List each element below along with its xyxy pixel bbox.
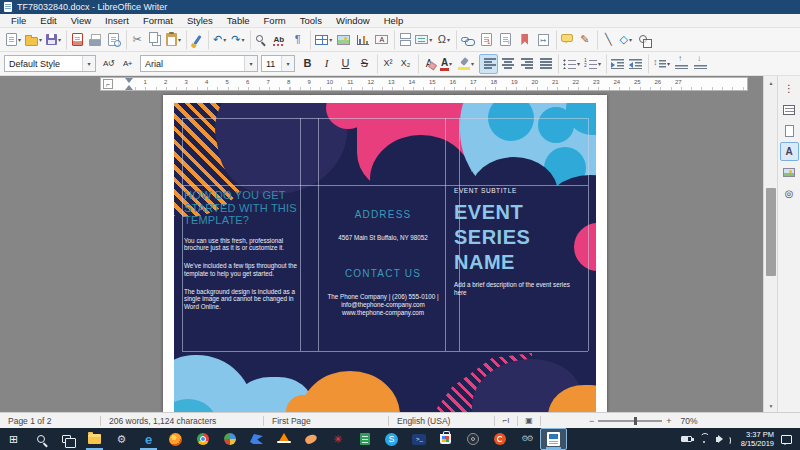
clone-formatting-button[interactable]	[186, 30, 205, 50]
clear-formatting-button[interactable]	[418, 54, 437, 74]
sidebar-settings-icon[interactable]: ⋮	[780, 79, 799, 98]
indent-marker[interactable]	[125, 78, 133, 83]
task-view-button[interactable]	[54, 428, 81, 450]
menu-table[interactable]: Table	[220, 14, 257, 27]
page-break-button[interactable]	[394, 30, 413, 50]
wifi-icon[interactable]	[699, 435, 709, 443]
new-style-button[interactable]: A+	[118, 54, 137, 74]
track-changes-button[interactable]: ✎	[575, 30, 594, 50]
taskbar-clock[interactable]: 3:37 PM 8/15/2019	[741, 430, 774, 448]
chevron-down-icon[interactable]	[281, 56, 294, 71]
left-panel-paragraph[interactable]: You can use this fresh, professional bro…	[184, 237, 304, 253]
chevron-down-icon[interactable]	[244, 56, 257, 71]
basic-shapes-button[interactable]: ◇	[616, 30, 635, 50]
scroll-down-icon[interactable]: ▼	[764, 399, 778, 412]
center-panel-text[interactable]: ADDRESS 4567 Main St Buffalo, NY 98052 C…	[320, 209, 446, 317]
insert-cross-reference-button[interactable]	[534, 30, 553, 50]
navigator-icon[interactable]: ◎	[780, 184, 799, 203]
page-deck-icon[interactable]	[780, 121, 799, 140]
ubuntu-button[interactable]	[486, 428, 513, 450]
zoom-slider[interactable]: − +	[589, 416, 672, 426]
bullet-list-button[interactable]	[558, 54, 582, 74]
left-panel-text[interactable]: HOW DO YOU GET STARTED WITH THIS TEMPLAT…	[184, 189, 304, 311]
zoom-track[interactable]	[598, 420, 662, 422]
start-button[interactable]: ⊞	[0, 428, 27, 450]
event-description[interactable]: Add a brief description of the event ser…	[454, 281, 576, 297]
menu-styles[interactable]: Styles	[180, 14, 220, 27]
contact-line[interactable]: info@thephone-company.com	[320, 301, 446, 309]
copy-button[interactable]	[145, 30, 164, 50]
blue-swoosh-app-button[interactable]	[243, 428, 270, 450]
superscript-button[interactable]: X²	[377, 54, 396, 74]
paste-button[interactable]	[164, 30, 183, 50]
address-text[interactable]: 4567 Main St Buffalo, NY 98052	[320, 234, 446, 242]
store-button[interactable]	[432, 428, 459, 450]
horizontal-ruler[interactable]: ⌐ 12345678910111213141516171819202122232…	[100, 77, 748, 91]
powershell-button[interactable]	[405, 428, 432, 450]
event-subtitle[interactable]: EVENT SUBTITLE	[454, 187, 586, 194]
justify-button[interactable]	[536, 54, 555, 74]
tab-stop-selector[interactable]: ⌐	[103, 79, 113, 89]
settings-button[interactable]: ⚙	[108, 428, 135, 450]
menu-file[interactable]: File	[4, 14, 33, 27]
insert-endnote-button[interactable]	[496, 30, 515, 50]
vertical-scrollbar[interactable]: ▲ ▼	[763, 76, 777, 412]
indent-marker[interactable]	[125, 85, 133, 90]
underline-button[interactable]: U	[336, 54, 355, 74]
chevron-down-icon[interactable]	[82, 56, 95, 71]
formatting-marks-button[interactable]: ¶	[288, 30, 307, 50]
undo-button[interactable]: ↶	[208, 30, 228, 50]
page-style[interactable]: First Page	[264, 416, 388, 426]
redo-button[interactable]: ↷	[228, 30, 247, 50]
red-burst-app-button[interactable]: ✳	[324, 428, 351, 450]
menu-insert[interactable]: Insert	[98, 14, 136, 27]
right-panel-text[interactable]: EVENT SUBTITLE EVENTSERIESNAME Add a bri…	[454, 187, 586, 297]
insert-comment-button[interactable]	[556, 30, 575, 50]
menu-help[interactable]: Help	[377, 14, 411, 27]
insert-table-button[interactable]	[310, 30, 334, 50]
document-modified-icon[interactable]: ▣	[518, 416, 540, 425]
align-center-button[interactable]	[498, 54, 517, 74]
insert-textbox-button[interactable]	[372, 30, 391, 50]
print-button[interactable]	[85, 30, 104, 50]
strikethrough-button[interactable]: S	[355, 54, 374, 74]
volume-icon[interactable]	[716, 437, 719, 442]
battery-icon[interactable]	[681, 436, 692, 442]
update-style-button[interactable]: A↺	[99, 54, 118, 74]
menu-edit[interactable]: Edit	[33, 14, 63, 27]
save-button[interactable]	[44, 30, 63, 50]
event-title-line[interactable]: NAME	[454, 250, 586, 275]
insert-hyperlink-button[interactable]	[456, 30, 477, 50]
notifications-icon[interactable]	[781, 435, 792, 444]
find-replace-button[interactable]	[250, 30, 269, 50]
highlight-color-button[interactable]	[456, 54, 476, 74]
bold-button[interactable]: B	[298, 54, 317, 74]
cut-button[interactable]: ✂	[126, 30, 145, 50]
menu-view[interactable]: View	[64, 14, 98, 27]
subscript-button[interactable]: X₂	[396, 54, 415, 74]
file-explorer-button[interactable]	[81, 428, 108, 450]
scroll-up-icon[interactable]: ▲	[764, 76, 778, 89]
align-right-button[interactable]	[517, 54, 536, 74]
address-heading[interactable]: ADDRESS	[320, 209, 446, 220]
left-panel-heading[interactable]: HOW DO YOU GET STARTED WITH THIS TEMPLAT…	[184, 189, 304, 227]
gallery-icon[interactable]	[780, 163, 799, 182]
increase-indent-button[interactable]	[606, 54, 626, 74]
event-title-line[interactable]: SERIES	[454, 225, 586, 250]
styles-icon[interactable]: A	[780, 142, 799, 161]
left-panel-paragraph[interactable]: The background design is included as a s…	[184, 288, 304, 311]
word-count[interactable]: 206 words, 1,124 characters	[101, 416, 263, 426]
special-character-button[interactable]: Ω	[434, 30, 453, 50]
spelling-button[interactable]	[269, 30, 288, 50]
scrollbar-thumb[interactable]	[766, 188, 776, 276]
document-page[interactable]: HOW DO YOU GET STARTED WITH THIS TEMPLAT…	[163, 95, 607, 412]
orange-shape-app-button[interactable]	[297, 428, 324, 450]
edge-button[interactable]: e	[135, 428, 162, 450]
zoom-out-icon[interactable]: −	[589, 416, 594, 426]
symbol-shapes-button[interactable]	[635, 30, 654, 50]
zoom-thumb[interactable]	[634, 417, 637, 425]
vlc-button[interactable]	[270, 428, 297, 450]
line-spacing-button[interactable]	[648, 54, 672, 74]
properties-icon[interactable]	[780, 100, 799, 119]
menu-format[interactable]: Format	[136, 14, 180, 27]
